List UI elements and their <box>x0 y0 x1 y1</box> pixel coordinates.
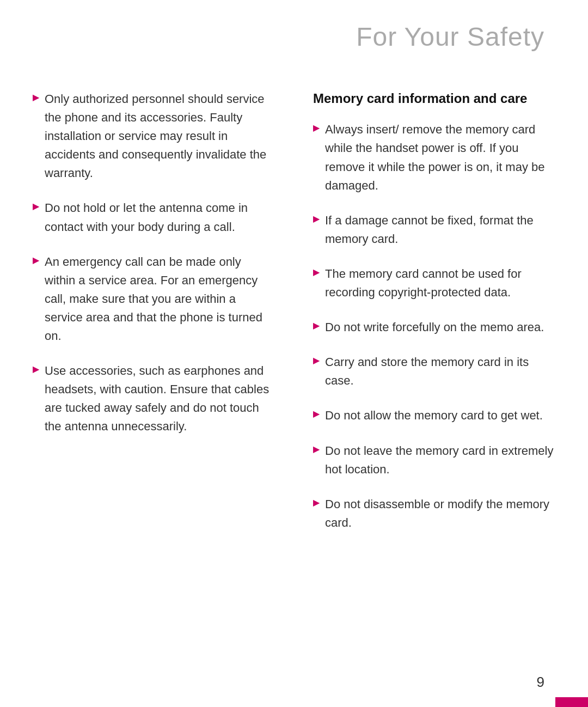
bullet-arrow-icon: ▶ <box>313 266 320 279</box>
left-column: ▶ Only authorized personnel should servi… <box>33 90 286 548</box>
bullet-arrow-icon: ▶ <box>313 443 320 456</box>
bullet-arrow-icon: ▶ <box>313 354 320 367</box>
bullet-text: Do not disassemble or modify the memory … <box>325 495 555 532</box>
list-item: ▶ The memory card cannot be used for rec… <box>313 265 555 302</box>
page-number: 9 <box>537 674 544 691</box>
bullet-arrow-icon: ▶ <box>313 319 320 332</box>
list-item: ▶ Carry and store the memory card in its… <box>313 353 555 390</box>
bullet-text: Use accessories, such as earphones and h… <box>45 362 275 436</box>
bullet-text: Do not allow the memory card to get wet. <box>325 406 543 425</box>
list-item: ▶ An emergency call can be made only wit… <box>33 253 275 345</box>
right-column: Memory card information and care ▶ Alway… <box>308 90 555 548</box>
bullet-arrow-icon: ▶ <box>313 496 320 509</box>
bullet-arrow-icon: ▶ <box>33 200 39 213</box>
list-item: ▶ Do not leave the memory card in extrem… <box>313 442 555 479</box>
content-area: ▶ Only authorized personnel should servi… <box>0 79 588 548</box>
list-item: ▶ If a damage cannot be fixed, format th… <box>313 211 555 248</box>
list-item: ▶ Only authorized personnel should servi… <box>33 90 275 182</box>
list-item: ▶ Use accessories, such as earphones and… <box>33 362 275 436</box>
list-item: ▶ Do not disassemble or modify the memor… <box>313 495 555 532</box>
bullet-text: Always insert/ remove the memory card wh… <box>325 120 555 194</box>
page-title: For Your Safety <box>0 0 588 79</box>
bullet-arrow-icon: ▶ <box>33 254 39 267</box>
list-item: ▶ Do not allow the memory card to get we… <box>313 406 555 425</box>
bullet-text: An emergency call can be made only withi… <box>45 253 275 345</box>
list-item: ▶ Always insert/ remove the memory card … <box>313 120 555 194</box>
bullet-arrow-icon: ▶ <box>313 407 320 420</box>
bullet-arrow-icon: ▶ <box>33 91 39 104</box>
bullet-text: Do not write forcefully on the memo area… <box>325 318 544 337</box>
list-item: ▶ Do not write forcefully on the memo ar… <box>313 318 555 337</box>
bullet-text: If a damage cannot be fixed, format the … <box>325 211 555 248</box>
bullet-arrow-icon: ▶ <box>313 121 320 135</box>
bullet-text: Only authorized personnel should service… <box>45 90 275 182</box>
bullet-text: Carry and store the memory card in its c… <box>325 353 555 390</box>
corner-accent <box>555 697 588 707</box>
section-heading: Memory card information and care <box>313 90 555 107</box>
bullet-arrow-icon: ▶ <box>313 212 320 225</box>
bullet-text: Do not hold or let the antenna come in c… <box>45 199 275 236</box>
bullet-text: Do not leave the memory card in extremel… <box>325 442 555 479</box>
bullet-arrow-icon: ▶ <box>33 363 39 376</box>
list-item: ▶ Do not hold or let the antenna come in… <box>33 199 275 236</box>
bullet-text: The memory card cannot be used for recor… <box>325 265 555 302</box>
